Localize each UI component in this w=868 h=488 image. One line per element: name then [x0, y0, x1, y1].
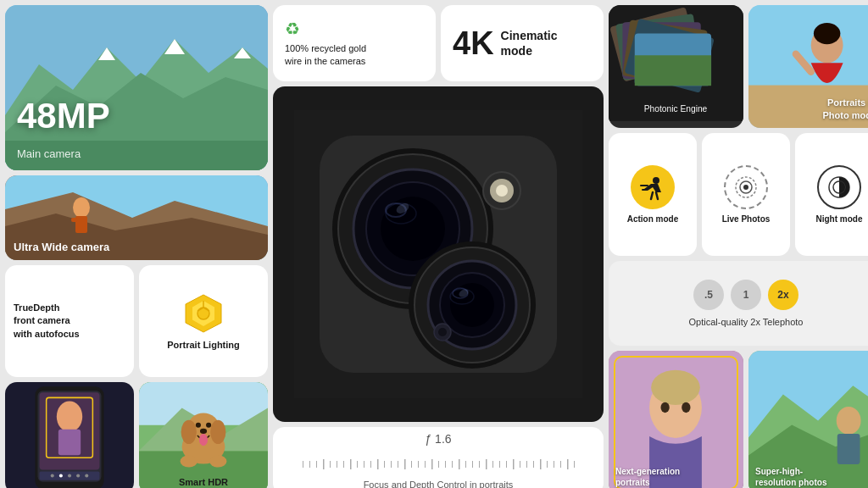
svg-rect-23: [58, 430, 81, 455]
svg-rect-89: [445, 461, 446, 468]
svg-rect-102: [533, 461, 534, 468]
recycle-icon: ♻: [285, 19, 424, 39]
card-truedepth: TrueDepthfront camerawith autofocus: [5, 265, 134, 377]
card-ultrawide: Ultra Wide camera: [5, 175, 268, 260]
hexagon-icon: [182, 292, 225, 335]
svg-point-44: [209, 455, 226, 467]
card-super-res: Super-high-resolution photos: [748, 351, 868, 488]
svg-rect-116: [635, 55, 711, 86]
truedepth-label: TrueDepthfront camerawith autofocus: [14, 302, 125, 341]
svg-rect-79: [377, 459, 379, 469]
svg-rect-99: [513, 459, 515, 469]
aperture-value: ƒ 1.6: [425, 432, 451, 446]
svg-rect-94: [479, 461, 480, 468]
svg-rect-92: [465, 461, 466, 468]
svg-point-65: [496, 185, 508, 197]
svg-rect-96: [492, 461, 493, 468]
svg-point-28: [68, 474, 71, 478]
bottom-left-grid: TrueDepthfront camerawith autofocus Port…: [5, 265, 268, 488]
mp-label: 48MP: [17, 96, 110, 136]
card-telephoto: .5 1 2x Optical-quality 2x Telephoto: [609, 261, 868, 346]
card-focus: ƒ 1.6: [273, 427, 604, 488]
svg-rect-84: [411, 461, 412, 468]
zoom-05-btn[interactable]: .5: [693, 280, 724, 310]
svg-rect-73: [337, 461, 337, 468]
svg-point-22: [57, 401, 82, 431]
svg-text:Photonic Engine: Photonic Engine: [644, 104, 708, 114]
svg-rect-75: [350, 459, 352, 469]
card-48mp: 48MP Main camera: [5, 5, 268, 170]
zoom-2x-btn[interactable]: 2x: [768, 280, 798, 310]
telephoto-label: Optical-quality 2x Telephoto: [689, 317, 804, 327]
svg-rect-95: [486, 459, 487, 469]
svg-rect-12: [71, 218, 78, 222]
svg-rect-104: [547, 461, 548, 468]
svg-point-40: [206, 423, 211, 428]
live-photos-label: Live Photos: [722, 214, 771, 224]
4k-label: 4K: [453, 25, 494, 62]
svg-rect-70: [316, 461, 317, 468]
left-column: 48MP Main camera Ultra Wide camera Tru: [5, 5, 268, 488]
zoom-1-btn[interactable]: 1: [731, 280, 761, 310]
photonic-row: Photonic Engine Portra: [609, 5, 868, 128]
svg-rect-72: [330, 461, 331, 468]
svg-point-27: [59, 474, 63, 478]
svg-rect-69: [309, 461, 310, 468]
svg-point-38: [210, 420, 225, 444]
card-4k: 4K Cinematicmode: [441, 5, 604, 81]
svg-rect-80: [384, 461, 385, 468]
portraits-photo-label: Portraits inPhoto mode: [822, 97, 868, 121]
focus-label: Focus and Depth Control in portraits: [364, 480, 514, 488]
svg-rect-77: [364, 461, 364, 468]
svg-rect-87: [431, 459, 433, 469]
svg-rect-88: [438, 461, 439, 468]
zoom-buttons: .5 1 2x: [693, 280, 798, 310]
next-gen-label: Next-generationportraits: [615, 466, 680, 488]
svg-rect-91: [459, 459, 460, 469]
svg-rect-140: [837, 434, 860, 464]
action-mode-icon: [631, 165, 675, 209]
svg-rect-97: [499, 461, 500, 468]
svg-rect-76: [357, 461, 358, 468]
svg-rect-108: [574, 461, 575, 468]
card-portrait-lighting: Portrait Lighting: [139, 265, 268, 377]
smart-hdr-label: Smart HDR: [139, 477, 268, 487]
svg-point-139: [837, 407, 861, 435]
svg-rect-93: [472, 461, 473, 468]
svg-rect-90: [452, 461, 453, 468]
svg-rect-85: [418, 461, 419, 468]
svg-point-37: [181, 420, 197, 444]
svg-rect-98: [506, 461, 507, 468]
svg-rect-86: [425, 461, 426, 468]
svg-point-43: [181, 455, 198, 467]
svg-point-39: [196, 423, 201, 428]
svg-rect-78: [370, 461, 371, 468]
svg-point-42: [199, 434, 208, 446]
action-mode-label: Action mode: [627, 214, 679, 224]
card-portraits-photo-mode: Portraits inPhoto mode: [748, 5, 868, 128]
svg-rect-68: [303, 461, 303, 468]
svg-point-26: [51, 474, 54, 478]
card-live-photos: Live Photos: [702, 133, 790, 256]
card-camera-main: [273, 86, 604, 422]
svg-rect-82: [398, 461, 398, 468]
svg-point-29: [76, 474, 80, 478]
right-column: Photonic Engine Portra: [609, 5, 868, 488]
svg-point-67: [438, 328, 447, 336]
middle-column: ♻ 100% recycled goldwire in the cameras …: [273, 5, 604, 488]
svg-rect-105: [554, 461, 554, 468]
svg-rect-101: [526, 461, 527, 468]
super-res-label: Super-high-resolution photos: [755, 466, 826, 488]
card-smart-hdr: Smart HDR: [139, 382, 268, 488]
svg-point-30: [85, 474, 88, 478]
ultrawide-label: Ultra Wide camera: [14, 241, 109, 253]
cinematic-label: Cinematicmode: [501, 28, 558, 58]
recycled-label: 100% recycled goldwire in the cameras: [285, 42, 424, 69]
card-night-mode: Night mode: [795, 133, 868, 256]
svg-rect-83: [404, 459, 406, 469]
svg-rect-100: [520, 461, 520, 468]
svg-point-123: [653, 177, 659, 184]
svg-rect-106: [560, 461, 561, 468]
svg-rect-107: [567, 459, 569, 469]
portrait-lighting-label: Portrait Lighting: [167, 340, 240, 350]
